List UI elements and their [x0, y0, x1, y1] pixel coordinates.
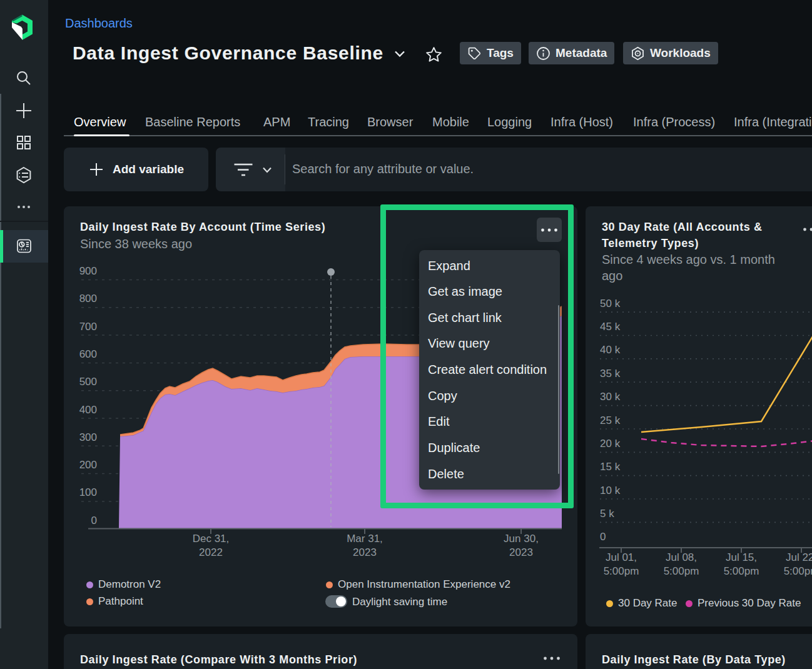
svg-text:500: 500: [79, 376, 97, 388]
svg-text:Mar 31,: Mar 31,: [347, 533, 383, 545]
svg-text:600: 600: [79, 348, 97, 360]
svg-text:45 k: 45 k: [600, 321, 621, 333]
svg-text:5:00pm: 5:00pm: [724, 565, 759, 577]
svg-text:400: 400: [79, 404, 97, 416]
svg-text:5:00pm: 5:00pm: [664, 565, 699, 577]
svg-text:700: 700: [79, 321, 97, 333]
svg-text:30 k: 30 k: [600, 391, 621, 403]
svg-text:0: 0: [600, 531, 606, 543]
svg-text:300: 300: [79, 431, 97, 443]
svg-text:Jul 01,: Jul 01,: [606, 551, 637, 563]
svg-text:Jun 30,: Jun 30,: [504, 533, 539, 545]
svg-text:5:00pm: 5:00pm: [604, 565, 639, 577]
svg-text:10 k: 10 k: [600, 485, 621, 496]
svg-text:5:00pm: 5:00pm: [784, 565, 812, 577]
svg-text:Jul 08,: Jul 08,: [666, 551, 697, 563]
svg-text:5 k: 5 k: [600, 508, 614, 520]
svg-text:50 k: 50 k: [600, 298, 621, 309]
svg-text:Jul 22,: Jul 22,: [786, 551, 812, 563]
svg-text:Jul 15,: Jul 15,: [726, 551, 757, 563]
svg-text:25 k: 25 k: [600, 415, 621, 426]
svg-text:2023: 2023: [353, 546, 377, 558]
svg-text:40 k: 40 k: [600, 344, 621, 356]
svg-text:2023: 2023: [509, 546, 533, 558]
svg-text:Dec 31,: Dec 31,: [193, 533, 230, 545]
svg-text:20 k: 20 k: [600, 438, 621, 450]
svg-text:2022: 2022: [199, 546, 223, 558]
svg-text:0: 0: [91, 515, 97, 526]
svg-text:35 k: 35 k: [600, 368, 621, 380]
svg-text:15 k: 15 k: [600, 461, 621, 473]
svg-text:100: 100: [79, 486, 97, 498]
svg-text:800: 800: [79, 293, 97, 304]
svg-text:900: 900: [79, 265, 97, 277]
svg-text:200: 200: [79, 459, 97, 471]
